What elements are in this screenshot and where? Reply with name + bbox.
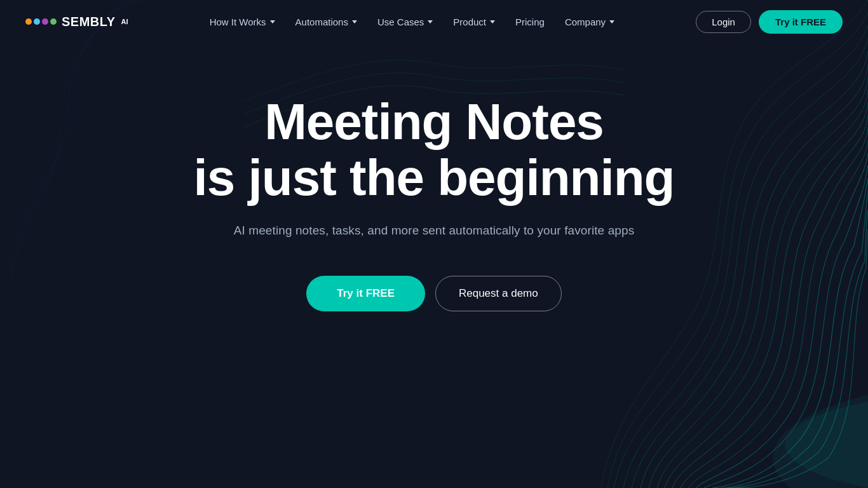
chevron-down-icon bbox=[490, 20, 495, 24]
nav-actions: Login Try it FREE bbox=[696, 10, 843, 34]
nav-automations[interactable]: Automations bbox=[287, 11, 366, 32]
hero-title-line2: is just the beginning bbox=[194, 149, 675, 206]
chevron-down-icon bbox=[352, 20, 357, 24]
logo[interactable]: SEMBLYAI bbox=[25, 15, 128, 29]
chevron-down-icon bbox=[609, 20, 614, 24]
logo-brand-text: SEMBLY bbox=[62, 15, 116, 29]
hero-section: Meeting Notes is just the beginning AI m… bbox=[0, 43, 868, 311]
hero-try-free-button[interactable]: Try it FREE bbox=[306, 276, 425, 311]
chevron-down-icon bbox=[428, 20, 433, 24]
nav-links: How It Works Automations Use Cases Produ… bbox=[201, 11, 623, 32]
logo-dot-3 bbox=[42, 18, 48, 25]
hero-subtitle: AI meeting notes, tasks, and more sent a… bbox=[234, 224, 635, 238]
hero-actions: Try it FREE Request a demo bbox=[306, 276, 561, 311]
nav-product[interactable]: Product bbox=[444, 11, 504, 32]
logo-dots bbox=[25, 18, 57, 25]
hero-title: Meeting Notes is just the beginning bbox=[194, 94, 675, 206]
nav-use-cases[interactable]: Use Cases bbox=[369, 11, 442, 32]
chevron-down-icon bbox=[270, 20, 275, 24]
nav-how-it-works[interactable]: How It Works bbox=[201, 11, 284, 32]
nav-try-free-button[interactable]: Try it FREE bbox=[759, 10, 843, 34]
logo-dot-2 bbox=[34, 18, 40, 25]
logo-dot-1 bbox=[25, 18, 32, 25]
logo-ai-superscript: AI bbox=[121, 18, 128, 25]
nav-pricing[interactable]: Pricing bbox=[506, 11, 553, 32]
logo-dot-4 bbox=[50, 18, 57, 25]
hero-request-demo-button[interactable]: Request a demo bbox=[435, 276, 562, 311]
hero-title-line1: Meeting Notes bbox=[264, 93, 604, 150]
nav-company[interactable]: Company bbox=[556, 11, 623, 32]
navbar: SEMBLYAI How It Works Automations Use Ca… bbox=[0, 0, 868, 43]
login-button[interactable]: Login bbox=[696, 11, 751, 33]
